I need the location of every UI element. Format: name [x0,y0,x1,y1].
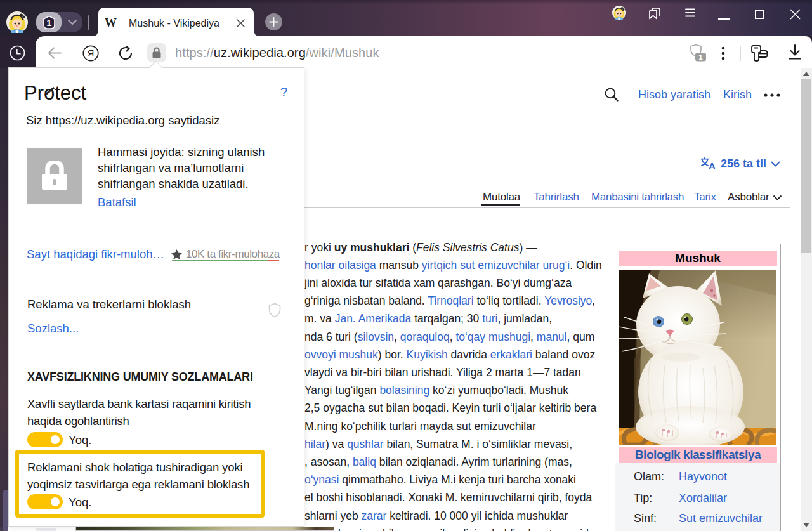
svg-text:R: R [88,48,94,58]
svg-text:1: 1 [698,53,703,61]
svg-text:A: A [709,161,716,171]
svg-text:1: 1 [47,18,52,28]
